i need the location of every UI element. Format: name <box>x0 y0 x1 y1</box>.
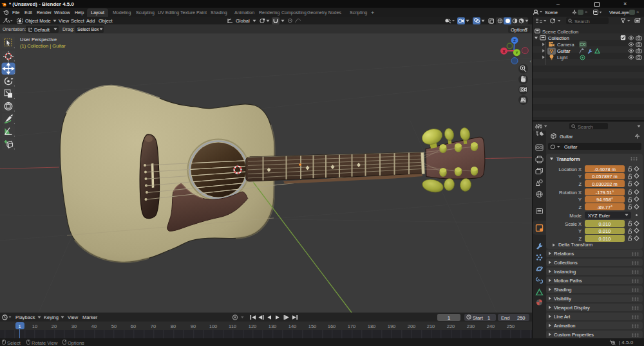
svg-text:(1) Collection | Guitar: (1) Collection | Guitar <box>20 43 66 49</box>
svg-text:X: X <box>502 50 505 53</box>
svg-text:Z: Z <box>513 39 516 42</box>
svg-text:Y: Y <box>515 51 518 55</box>
svg-text:User Perspective: User Perspective <box>20 37 57 42</box>
